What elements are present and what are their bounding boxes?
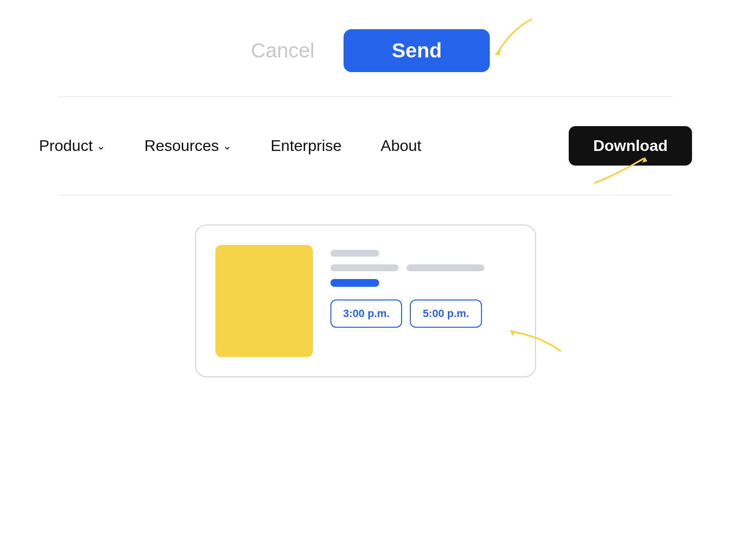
product-label: Product <box>39 137 93 155</box>
skeleton-line-3 <box>406 264 484 271</box>
skeleton-line-1 <box>330 250 379 257</box>
download-arrow-annotation <box>590 149 653 190</box>
card-section: 3:00 p.m. 5:00 p.m. <box>0 195 731 407</box>
time-button-2[interactable]: 5:00 p.m. <box>410 299 481 328</box>
time-button-1[interactable]: 3:00 p.m. <box>330 299 402 328</box>
cancel-button[interactable]: Cancel <box>241 34 325 67</box>
skeleton-line-2 <box>330 264 399 271</box>
nav-section: Product ⌄ Resources ⌄ Enterprise About D… <box>0 97 731 195</box>
times-arrow-annotation <box>502 322 565 358</box>
send-button[interactable]: Send <box>344 29 490 72</box>
product-nav-item[interactable]: Product ⌄ <box>39 137 105 155</box>
skeleton-row-1 <box>330 264 516 271</box>
card-image <box>215 245 313 357</box>
card-content: 3:00 p.m. 5:00 p.m. <box>330 245 516 357</box>
resources-nav-item[interactable]: Resources ⌄ <box>144 137 231 155</box>
time-buttons-group: 3:00 p.m. 5:00 p.m. <box>330 299 516 328</box>
product-chevron-icon: ⌄ <box>96 140 105 152</box>
about-label: About <box>381 137 422 155</box>
svg-marker-2 <box>510 330 516 336</box>
skeleton-blue-line <box>330 279 379 287</box>
enterprise-label: Enterprise <box>270 137 342 155</box>
about-nav-item[interactable]: About <box>381 137 422 155</box>
resources-label: Resources <box>144 137 219 155</box>
svg-marker-0 <box>495 49 501 56</box>
buttons-section: Cancel Send <box>0 0 731 96</box>
content-card: 3:00 p.m. 5:00 p.m. <box>195 224 536 377</box>
resources-chevron-icon: ⌄ <box>223 140 231 152</box>
send-arrow-annotation <box>482 15 541 70</box>
enterprise-nav-item[interactable]: Enterprise <box>270 137 342 155</box>
